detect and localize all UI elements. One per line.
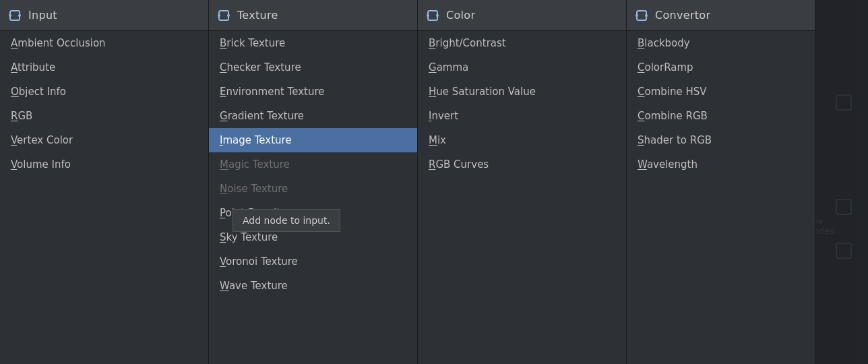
- menu-item-rgb[interactable]: RGB: [0, 104, 208, 128]
- menu-item-mix[interactable]: Mix: [418, 128, 626, 152]
- menu-item-vertex-color[interactable]: Vertex Color: [0, 128, 208, 152]
- panel-color-header: Color: [418, 0, 626, 31]
- menu-item-color-ramp[interactable]: ColorRamp: [627, 55, 815, 80]
- panel-convertor: Convertor BlackbodyColorRampCombine HSVC…: [627, 0, 815, 364]
- menu-item-brick-texture[interactable]: Brick Texture: [209, 31, 417, 55]
- menu-item-volume-info[interactable]: Volume Info: [0, 152, 208, 177]
- svg-point-11: [645, 14, 648, 17]
- color-node-icon: [426, 9, 439, 22]
- svg-rect-6: [428, 11, 437, 20]
- menu-item-magic-texture[interactable]: Magic Texture: [209, 152, 417, 177]
- svg-rect-0: [10, 11, 20, 20]
- svg-point-10: [636, 14, 638, 17]
- overlay: [815, 0, 868, 364]
- menu-item-wavelength[interactable]: Wavelength: [627, 152, 815, 177]
- panel-texture: Texture Brick TextureChecker TextureEnvi…: [209, 0, 418, 364]
- menu-item-noise-texture[interactable]: Noise Texture: [209, 177, 417, 201]
- panel-input: Input Ambient OcclusionAttributeObject I…: [0, 0, 209, 364]
- panel-texture-label: Texture: [237, 9, 278, 22]
- panel-convertor-label: Convertor: [655, 9, 710, 22]
- menu-item-voronoi-texture[interactable]: Voronoi Texture: [209, 249, 417, 274]
- node-editor-area: Mater... Preview Surface Wavelength Use …: [815, 0, 868, 364]
- panel-input-header: Input: [0, 0, 208, 31]
- texture-node-icon: [217, 9, 230, 22]
- svg-rect-3: [219, 11, 228, 20]
- menu-item-bright-contrast[interactable]: Bright/Contrast: [418, 31, 626, 55]
- convertor-node-icon: [635, 9, 648, 22]
- menu-item-blackbody[interactable]: Blackbody: [627, 31, 815, 55]
- menu-item-gradient-texture[interactable]: Gradient Texture: [209, 104, 417, 128]
- menu-item-sky-texture[interactable]: Sky Texture: [209, 225, 417, 249]
- menu-item-hue-saturation-value[interactable]: Hue Saturation Value: [418, 80, 626, 104]
- svg-point-5: [227, 14, 230, 17]
- menu-item-invert[interactable]: Invert: [418, 104, 626, 128]
- svg-point-7: [427, 14, 429, 17]
- menu-item-attribute[interactable]: Attribute: [0, 55, 208, 80]
- menu-item-checker-texture[interactable]: Checker Texture: [209, 55, 417, 80]
- svg-point-1: [9, 14, 11, 17]
- panel-color-label: Color: [446, 9, 475, 22]
- menu-item-image-texture[interactable]: Image Texture: [209, 128, 417, 152]
- panel-texture-header: Texture: [209, 0, 417, 31]
- svg-rect-9: [637, 11, 646, 20]
- panel-input-label: Input: [28, 9, 57, 22]
- menu-item-environment-texture[interactable]: Environment Texture: [209, 80, 417, 104]
- menu-item-gamma[interactable]: Gamma: [418, 55, 626, 80]
- menu-item-rgb-curves[interactable]: RGB Curves: [418, 152, 626, 177]
- menu-item-ambient-occlusion[interactable]: Ambient Occlusion: [0, 31, 208, 55]
- panel-convertor-header: Convertor: [627, 0, 815, 31]
- menu-item-shader-to-rgb[interactable]: Shader to RGB: [627, 128, 815, 152]
- panel-color: Color Bright/ContrastGammaHue Saturation…: [418, 0, 627, 364]
- menu-container: Input Ambient OcclusionAttributeObject I…: [0, 0, 868, 364]
- menu-item-wave-texture[interactable]: Wave Texture: [209, 274, 417, 298]
- svg-point-4: [218, 14, 220, 17]
- menu-item-combine-rgb[interactable]: Combine RGB: [627, 104, 815, 128]
- menu-item-combine-hsv[interactable]: Combine HSV: [627, 80, 815, 104]
- input-node-icon: [8, 9, 22, 22]
- menu-item-object-info[interactable]: Object Info: [0, 80, 208, 104]
- menu-item-point-density[interactable]: Point Density: [209, 201, 417, 225]
- svg-point-8: [436, 14, 439, 17]
- svg-point-2: [18, 14, 21, 17]
